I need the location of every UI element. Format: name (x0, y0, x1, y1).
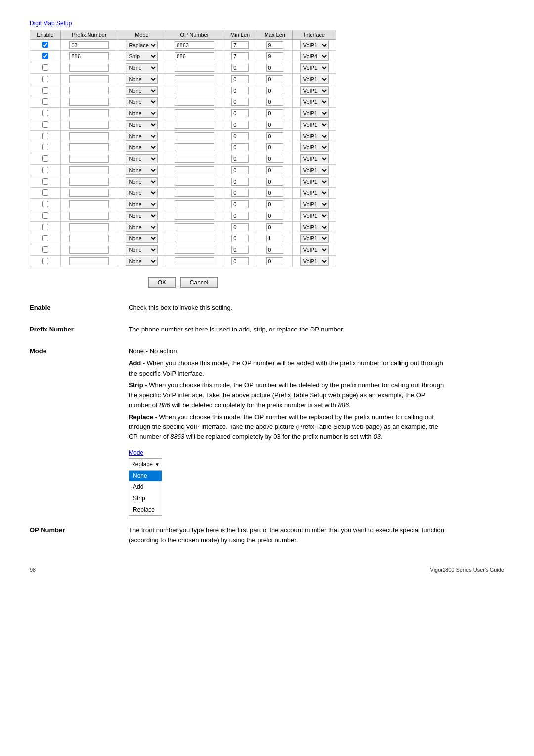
enable-checkbox[interactable] (42, 144, 48, 150)
enable-checkbox[interactable] (42, 42, 48, 48)
op-input[interactable] (175, 257, 214, 265)
prefix-input[interactable] (69, 121, 109, 129)
prefix-input[interactable] (69, 132, 109, 140)
prefix-input[interactable] (69, 52, 109, 60)
minlen-input[interactable] (231, 75, 249, 83)
minlen-input[interactable] (231, 200, 249, 208)
minlen-input[interactable] (231, 132, 249, 140)
minlen-input[interactable] (231, 52, 249, 60)
op-input[interactable] (175, 52, 214, 60)
mode-select[interactable]: NoneAddStripReplace (126, 63, 158, 72)
interface-select[interactable]: VoIP1VoIP2VoIP3VoIP4 (300, 245, 329, 254)
maxlen-input[interactable] (266, 87, 283, 94)
op-input[interactable] (175, 155, 214, 163)
op-input[interactable] (175, 87, 214, 94)
enable-checkbox[interactable] (42, 98, 48, 105)
interface-select[interactable]: VoIP1VoIP2VoIP3VoIP4 (300, 75, 329, 84)
op-input[interactable] (175, 109, 214, 117)
minlen-input[interactable] (231, 223, 249, 231)
interface-select[interactable]: VoIP1VoIP2VoIP3VoIP4 (300, 109, 329, 118)
enable-checkbox[interactable] (42, 201, 48, 207)
mode-select[interactable]: NoneAddStripReplace (126, 223, 158, 232)
maxlen-input[interactable] (266, 178, 283, 186)
enable-checkbox[interactable] (42, 76, 48, 82)
minlen-input[interactable] (231, 178, 249, 186)
minlen-input[interactable] (231, 109, 249, 117)
minlen-input[interactable] (231, 246, 249, 254)
mode-select[interactable]: NoneAddStripReplace (126, 211, 158, 220)
interface-select[interactable]: VoIP1VoIP2VoIP3VoIP4 (300, 211, 329, 220)
mode-select[interactable]: NoneAddStripReplace (126, 120, 158, 129)
mode-select[interactable]: NoneAddStripReplace (126, 166, 158, 175)
op-input[interactable] (175, 41, 214, 49)
enable-checkbox[interactable] (42, 64, 48, 71)
maxlen-input[interactable] (266, 143, 283, 151)
interface-select[interactable]: VoIP1VoIP2VoIP3VoIP4 (300, 86, 329, 95)
interface-select[interactable]: VoIP1VoIP2VoIP3VoIP4 (300, 166, 329, 175)
prefix-input[interactable] (69, 143, 109, 151)
interface-select[interactable]: VoIP1VoIP2VoIP3VoIP4 (300, 189, 329, 197)
mode-option[interactable]: None (129, 471, 162, 482)
enable-checkbox[interactable] (42, 189, 48, 196)
mode-select[interactable]: NoneAddStripReplace (126, 200, 158, 209)
op-input[interactable] (175, 166, 214, 174)
interface-select[interactable]: VoIP1VoIP2VoIP3VoIP4 (300, 177, 329, 186)
op-input[interactable] (175, 246, 214, 254)
prefix-input[interactable] (69, 41, 109, 49)
mode-option[interactable]: Strip (129, 493, 162, 504)
interface-select[interactable]: VoIP1VoIP2VoIP3VoIP4 (300, 200, 329, 209)
op-input[interactable] (175, 223, 214, 231)
maxlen-input[interactable] (266, 64, 283, 72)
maxlen-input[interactable] (266, 75, 283, 83)
prefix-input[interactable] (69, 178, 109, 186)
mode-select[interactable]: NoneAddStripReplace (126, 257, 158, 266)
mode-option[interactable]: Add (129, 481, 162, 493)
interface-select[interactable]: VoIP1VoIP2VoIP3VoIP4 (300, 143, 329, 152)
maxlen-input[interactable] (266, 257, 283, 265)
mode-select[interactable]: NoneAddStripReplace (126, 52, 158, 61)
prefix-input[interactable] (69, 166, 109, 174)
minlen-input[interactable] (231, 64, 249, 72)
prefix-input[interactable] (69, 98, 109, 106)
prefix-input[interactable] (69, 109, 109, 117)
mode-select[interactable]: NoneAddStripReplace (126, 245, 158, 254)
enable-checkbox[interactable] (42, 133, 48, 139)
op-input[interactable] (175, 189, 214, 197)
maxlen-input[interactable] (266, 52, 283, 60)
prefix-input[interactable] (69, 155, 109, 163)
enable-checkbox[interactable] (42, 212, 48, 219)
op-input[interactable] (175, 178, 214, 186)
interface-select[interactable]: VoIP1VoIP2VoIP3VoIP4 (300, 154, 329, 163)
mode-select[interactable]: NoneAddStripReplace (126, 109, 158, 118)
maxlen-input[interactable] (266, 235, 283, 242)
minlen-input[interactable] (231, 166, 249, 174)
enable-checkbox[interactable] (42, 110, 48, 116)
enable-checkbox[interactable] (42, 235, 48, 241)
prefix-input[interactable] (69, 75, 109, 83)
maxlen-input[interactable] (266, 200, 283, 208)
interface-select[interactable]: VoIP1VoIP2VoIP3VoIP4 (300, 63, 329, 72)
mode-select[interactable]: NoneAddStripReplace (126, 132, 158, 141)
prefix-input[interactable] (69, 64, 109, 72)
mode-select[interactable]: NoneAddStripReplace (126, 97, 158, 106)
prefix-input[interactable] (69, 212, 109, 220)
minlen-input[interactable] (231, 41, 249, 49)
prefix-input[interactable] (69, 223, 109, 231)
mode-option[interactable]: Replace (129, 504, 162, 516)
interface-select[interactable]: VoIP1VoIP2VoIP3VoIP4 (300, 41, 329, 49)
maxlen-input[interactable] (266, 121, 283, 129)
minlen-input[interactable] (231, 257, 249, 265)
op-input[interactable] (175, 75, 214, 83)
interface-select[interactable]: VoIP1VoIP2VoIP3VoIP4 (300, 257, 329, 266)
minlen-input[interactable] (231, 235, 249, 242)
mode-select[interactable]: NoneAddStripReplace (126, 177, 158, 186)
maxlen-input[interactable] (266, 155, 283, 163)
op-input[interactable] (175, 200, 214, 208)
op-input[interactable] (175, 98, 214, 106)
mode-select[interactable]: NoneAddStripReplace (126, 143, 158, 152)
maxlen-input[interactable] (266, 132, 283, 140)
minlen-input[interactable] (231, 143, 249, 151)
enable-checkbox[interactable] (42, 167, 48, 173)
cancel-button[interactable]: Cancel (180, 277, 218, 288)
interface-select[interactable]: VoIP1VoIP2VoIP3VoIP4 (300, 223, 329, 232)
